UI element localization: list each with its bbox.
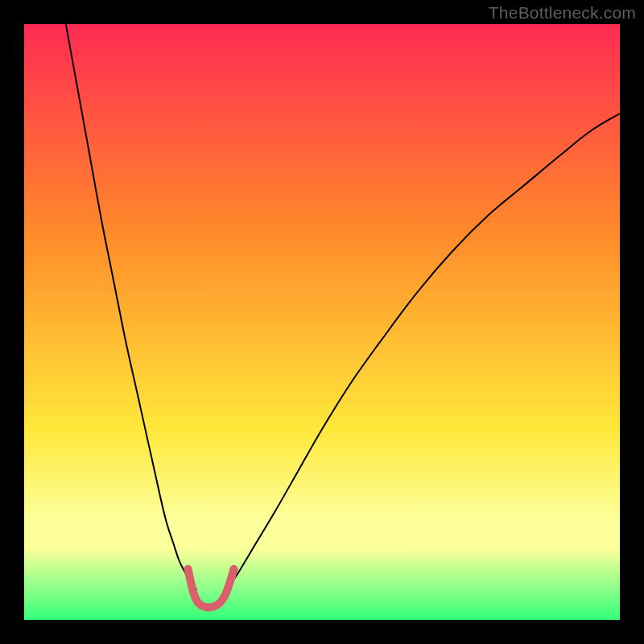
- gradient-background: [24, 24, 620, 620]
- watermark-text: TheBottleneck.com: [489, 3, 636, 23]
- valley-dot-1: [229, 565, 237, 573]
- plot-area: [24, 24, 620, 620]
- chart-svg: [24, 24, 620, 620]
- valley-dot-0: [184, 565, 192, 573]
- chart-frame: TheBottleneck.com: [0, 0, 644, 644]
